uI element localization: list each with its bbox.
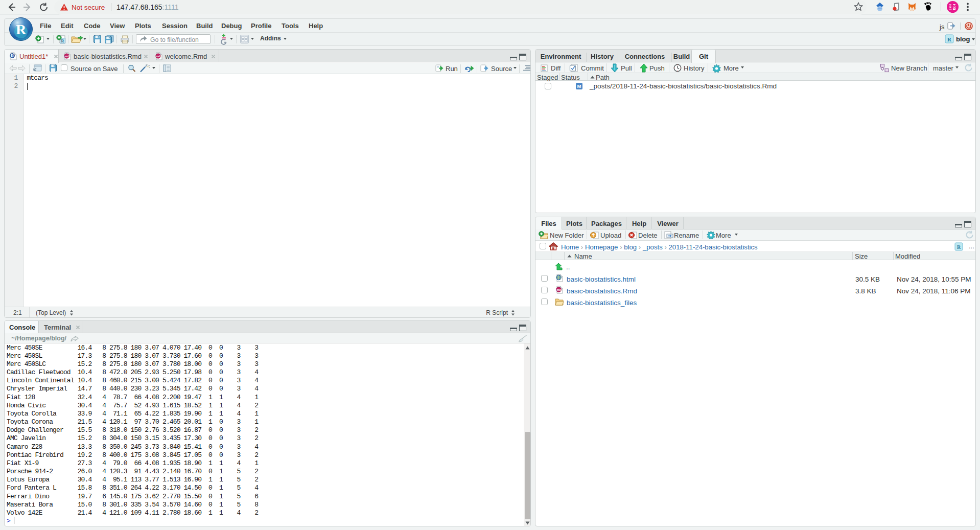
svg-text:md: md — [156, 55, 160, 58]
svg-text:md: md — [64, 55, 68, 58]
svg-text:md: md — [556, 288, 561, 291]
svg-text:R: R — [957, 244, 961, 250]
svg-text:R: R — [61, 39, 64, 43]
svg-text:R: R — [11, 53, 14, 58]
svg-text:R: R — [947, 36, 952, 42]
